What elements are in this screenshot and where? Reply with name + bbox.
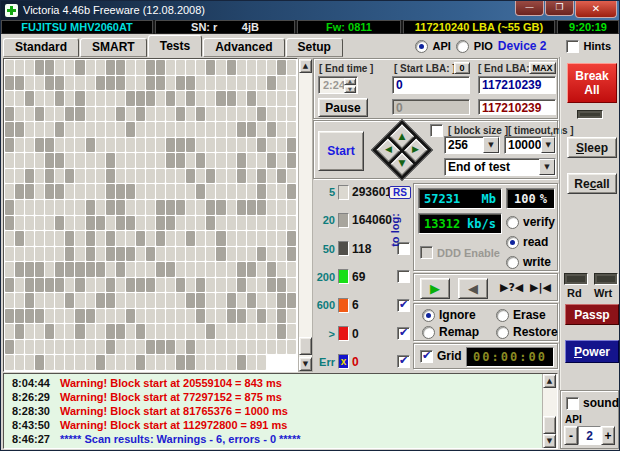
spin-down-icon[interactable]: ▼ <box>344 86 356 93</box>
rs-button[interactable]: RS <box>389 186 411 199</box>
sound-checkbox[interactable] <box>566 397 579 410</box>
remap-option[interactable]: Remap <box>422 325 479 339</box>
max-lba-button[interactable]: MAX <box>529 62 556 74</box>
event-log: 8:04:44 Warning! Block start at 20559104… <box>3 373 558 449</box>
log-entry: 8:04:44 Warning! Block start at 20559104… <box>4 376 542 390</box>
log-entry: 8:46:27 ***** Scan results: Warnings - 6… <box>4 432 542 446</box>
diamond-option-checkbox[interactable] <box>430 124 443 137</box>
start-lba-zero-button[interactable]: 0 <box>454 62 470 74</box>
tab-tests[interactable]: Tests <box>148 35 202 57</box>
write-led <box>594 273 618 285</box>
percent-lcd: 100% <box>506 188 555 209</box>
log-200-checkbox[interactable] <box>397 270 410 283</box>
scan-area: ▲ ▼ <box>3 58 313 372</box>
grid-option[interactable]: Grid <box>420 349 462 363</box>
log-entry: 8:43:50 Warning! Block start at 11297280… <box>4 418 542 432</box>
restore-option[interactable]: Restore <box>496 325 558 339</box>
elapsed-timer: 00:00:00 <box>466 347 554 367</box>
legend-swatch <box>338 326 349 341</box>
current-lba-field: 0 <box>392 99 470 115</box>
api-number-increment-button[interactable]: + <box>601 426 615 445</box>
start-button[interactable]: Start <box>318 131 364 171</box>
log-600-checkbox[interactable] <box>397 299 410 312</box>
grid-checkbox <box>420 350 433 363</box>
scroll-down-icon[interactable]: ▼ <box>543 434 556 448</box>
title-bar: Victoria 4.46b Freeware (12.08.2008) — ❐… <box>1 1 619 20</box>
play-button[interactable]: ▶ <box>420 278 450 299</box>
response-time-legend: 5 293601 RS 20 164060 50 118 200 69 600 … <box>313 182 411 372</box>
log-err-checkbox[interactable] <box>397 355 410 368</box>
read-led <box>564 273 588 285</box>
api-number-decrement-button[interactable]: - <box>564 426 578 445</box>
after-action-select[interactable]: End of test▼ <box>444 158 556 176</box>
verify-option[interactable]: verify <box>506 215 555 229</box>
log-over-checkbox[interactable] <box>397 327 410 340</box>
ddd-enable-option[interactable]: DDD Enable <box>420 246 500 259</box>
hints-checkbox[interactable] <box>566 40 579 53</box>
read-led-label: Rd <box>567 287 582 299</box>
butterfly-seek-button[interactable]: ▶|◀ <box>530 281 551 294</box>
timeout-select[interactable]: 10000▼ <box>504 136 556 154</box>
seek-direction-control[interactable]: ▲ ▶ ◀ ▼ <box>371 119 433 181</box>
sleep-button[interactable]: Sleep <box>567 137 617 158</box>
api-number-stepper: - 2 + <box>564 426 615 445</box>
scrollbar-thumb[interactable] <box>543 416 556 434</box>
api-radio[interactable] <box>415 40 428 53</box>
password-button[interactable]: Passp <box>565 304 619 325</box>
legend-row: Err x 0 <box>313 354 411 370</box>
log-entry: 8:26:29 Warning! Block start at 77297152… <box>4 390 542 404</box>
break-all-button[interactable]: Break All <box>567 63 617 103</box>
start-lba-label: [ Start LBA: ] <box>394 63 456 74</box>
misc-panel: sound API number - 2 + <box>560 390 619 449</box>
power-button[interactable]: Power <box>565 340 619 363</box>
defect-action-group: Ignore Erase Remap Restore <box>413 303 558 341</box>
end-time-spinner[interactable]: 2:24 ▲▼ <box>318 76 358 94</box>
drive-firmware: Fw: 0811 <box>297 20 401 34</box>
recall-button[interactable]: Recall <box>567 173 617 194</box>
write-option[interactable]: write <box>506 255 551 269</box>
read-option[interactable]: read <box>506 235 548 249</box>
end-lba-confirm-field[interactable]: 117210239 <box>478 99 556 115</box>
position-lcd: 57231Mb <box>418 188 502 209</box>
pio-radio[interactable] <box>456 40 469 53</box>
remap-radio <box>422 326 435 339</box>
chevron-down-icon[interactable]: ▼ <box>541 137 555 153</box>
pause-button[interactable]: Pause <box>318 98 368 117</box>
ignore-radio <box>422 309 435 322</box>
block-map-scrollbar[interactable]: ▲ ▼ <box>298 58 313 372</box>
chevron-down-icon[interactable]: ▼ <box>483 137 499 153</box>
legend-swatch <box>338 213 349 228</box>
speed-lcd: 13312kb/s <box>418 213 502 234</box>
minimize-button[interactable]: — <box>515 1 544 16</box>
random-seek-button[interactable]: ▶?◀ <box>500 281 523 294</box>
erase-option[interactable]: Erase <box>496 308 546 322</box>
read-radio <box>506 236 519 249</box>
chevron-down-icon[interactable]: ▼ <box>539 159 555 175</box>
close-button[interactable]: ✕ <box>575 1 617 18</box>
ignore-option[interactable]: Ignore <box>422 308 476 322</box>
end-lba-input[interactable]: 117210239 <box>478 76 556 94</box>
scroll-down-icon[interactable]: ▼ <box>299 357 312 371</box>
clock: 9:20:19 <box>557 20 619 34</box>
back-button[interactable]: ◀ <box>458 278 488 299</box>
sound-checkbox-label: sound <box>583 396 619 410</box>
spin-up-icon[interactable]: ▲ <box>344 78 356 85</box>
scroll-up-icon[interactable]: ▲ <box>543 374 556 388</box>
scrollbar-thumb[interactable] <box>299 337 312 355</box>
busy-led <box>577 110 603 119</box>
pio-radio-label: PIO <box>474 40 493 52</box>
block-size-select[interactable]: 256▼ <box>444 136 500 154</box>
scroll-up-icon[interactable]: ▲ <box>299 59 312 73</box>
tab-setup[interactable]: Setup <box>286 38 343 57</box>
log-scrollbar[interactable]: ▲ ▼ <box>542 374 557 448</box>
start-lba-input[interactable]: 0 <box>392 76 470 94</box>
api-number-value: 2 <box>578 426 601 445</box>
end-lba-label: [ End LBA: ] <box>478 63 536 74</box>
tab-advanced[interactable]: Advanced <box>203 38 284 57</box>
tab-smart[interactable]: SMART <box>80 38 147 57</box>
tab-standard[interactable]: Standard <box>3 38 79 57</box>
drive-capacity: 117210240 LBA (~55 GB) <box>403 20 555 34</box>
grid-timer-group: Grid 00:00:00 <box>413 343 558 369</box>
maximize-button[interactable]: ❐ <box>545 1 574 16</box>
restore-radio <box>496 326 509 339</box>
